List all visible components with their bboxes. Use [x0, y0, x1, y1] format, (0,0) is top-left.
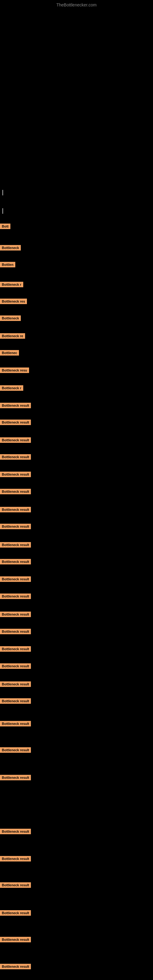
- bottleneck-badge[interactable]: Bottleneck: [0, 245, 21, 250]
- bottleneck-badge[interactable]: Bottleneck res: [0, 299, 27, 304]
- bottleneck-row: Bottleneck result: [0, 507, 31, 514]
- cursor-line-2: [2, 208, 3, 214]
- bottleneck-row: Bott: [0, 224, 10, 231]
- bottleneck-badge[interactable]: Bottleneck result: [0, 524, 31, 529]
- bottleneck-badge[interactable]: Bottleneck result: [0, 559, 31, 565]
- bottleneck-badge[interactable]: Bott: [0, 224, 10, 229]
- bottleneck-badge[interactable]: Bottleneck resu: [0, 368, 29, 373]
- bottleneck-badge[interactable]: Bottleneck result: [0, 593, 31, 599]
- bottleneck-badge[interactable]: Bottleneck result: [0, 910, 31, 916]
- bottleneck-row: Bottleneck r: [0, 282, 23, 289]
- bottleneck-row: Bottleneck result: [0, 698, 31, 706]
- bottleneck-row: Bottlenec: [0, 350, 19, 357]
- bottleneck-row: Bottleneck result: [0, 559, 31, 566]
- bottleneck-row: Bottleneck result: [0, 438, 31, 445]
- bottleneck-row: Bottleneck result: [0, 964, 31, 971]
- bottleneck-row: Bottleneck result: [0, 775, 31, 782]
- bottleneck-badge[interactable]: Bottleneck result: [0, 663, 31, 669]
- bottleneck-row: Bottleneck result: [0, 681, 31, 689]
- bottleneck-badge[interactable]: Bottleneck result: [0, 576, 31, 582]
- bottleneck-badge[interactable]: Bottleneck result: [0, 775, 31, 780]
- cursor-line-1: [2, 190, 3, 196]
- bottleneck-row: Bottleneck result: [0, 576, 31, 584]
- bottleneck-badge[interactable]: Bottlenec: [0, 350, 19, 356]
- bottleneck-row: Bottleneck result: [0, 403, 31, 410]
- bottleneck-row: Bottleneck res: [0, 299, 27, 306]
- bottleneck-row: Bottleneck result: [0, 646, 31, 654]
- bottleneck-row: Bottleneck result: [0, 420, 31, 427]
- site-title: TheBottlenecker.com: [0, 0, 153, 9]
- bottleneck-row: Bottleneck result: [0, 472, 31, 479]
- bottleneck-badge[interactable]: Bottleneck result: [0, 542, 31, 547]
- bottleneck-badge[interactable]: Bottleneck result: [0, 937, 31, 942]
- bottleneck-badge[interactable]: Bottleneck result: [0, 507, 31, 512]
- bottleneck-badge[interactable]: Bottleneck result: [0, 964, 31, 969]
- bottleneck-row: Bottleneck result: [0, 747, 31, 755]
- bottleneck-badge[interactable]: Bottleneck result: [0, 882, 31, 888]
- bottleneck-badge[interactable]: Bottleneck result: [0, 747, 31, 753]
- bottleneck-badge[interactable]: Bottlen: [0, 262, 15, 267]
- bottleneck-row: Bottleneck result: [0, 829, 31, 836]
- bottleneck-badge[interactable]: Bottleneck result: [0, 472, 31, 477]
- bottleneck-badge[interactable]: Bottleneck result: [0, 454, 31, 460]
- bottleneck-row: Bottleneck result: [0, 629, 31, 636]
- bottleneck-badge[interactable]: Bottleneck: [0, 315, 21, 321]
- bottleneck-row: Bottleneck: [0, 315, 21, 323]
- bottleneck-row: Bottleneck: [0, 245, 21, 252]
- bottleneck-badge[interactable]: Bottleneck result: [0, 403, 31, 408]
- bottleneck-row: Bottleneck r: [0, 385, 23, 393]
- bottleneck-row: Bottleneck result: [0, 524, 31, 531]
- bottleneck-badge[interactable]: Bottleneck result: [0, 829, 31, 834]
- bottleneck-row: Bottleneck re: [0, 333, 25, 340]
- bottleneck-row: Bottlen: [0, 262, 15, 269]
- bottleneck-badge[interactable]: Bottleneck r: [0, 385, 23, 391]
- bottleneck-badge[interactable]: Bottleneck result: [0, 856, 31, 861]
- bottleneck-badge[interactable]: Bottleneck result: [0, 438, 31, 443]
- chart-area: [0, 9, 153, 186]
- bottleneck-row: Bottleneck result: [0, 882, 31, 890]
- bottleneck-badge[interactable]: Bottleneck result: [0, 698, 31, 704]
- bottleneck-row: Bottleneck result: [0, 454, 31, 461]
- bottleneck-badge[interactable]: Bottleneck result: [0, 420, 31, 425]
- bottleneck-row: Bottleneck result: [0, 542, 31, 549]
- bottleneck-row: Bottleneck result: [0, 910, 31, 918]
- bottleneck-row: Bottleneck result: [0, 937, 31, 944]
- bottleneck-badge[interactable]: Bottleneck result: [0, 612, 31, 617]
- bottleneck-row: Bottleneck result: [0, 721, 31, 728]
- bottleneck-row: Bottleneck result: [0, 593, 31, 601]
- bottleneck-badge[interactable]: Bottleneck result: [0, 681, 31, 687]
- bottleneck-badge[interactable]: Bottleneck r: [0, 282, 23, 287]
- bottleneck-row: Bottleneck result: [0, 612, 31, 619]
- bottleneck-badge[interactable]: Bottleneck result: [0, 646, 31, 652]
- bottleneck-row: Bottleneck resu: [0, 368, 29, 375]
- bottleneck-badge[interactable]: Bottleneck result: [0, 489, 31, 494]
- bottleneck-row: Bottleneck result: [0, 489, 31, 496]
- bottleneck-row: Bottleneck result: [0, 856, 31, 863]
- bottleneck-badge[interactable]: Bottleneck result: [0, 629, 31, 634]
- bottleneck-badge[interactable]: Bottleneck result: [0, 721, 31, 726]
- bottleneck-row: Bottleneck result: [0, 663, 31, 671]
- bottleneck-badge[interactable]: Bottleneck re: [0, 333, 25, 339]
